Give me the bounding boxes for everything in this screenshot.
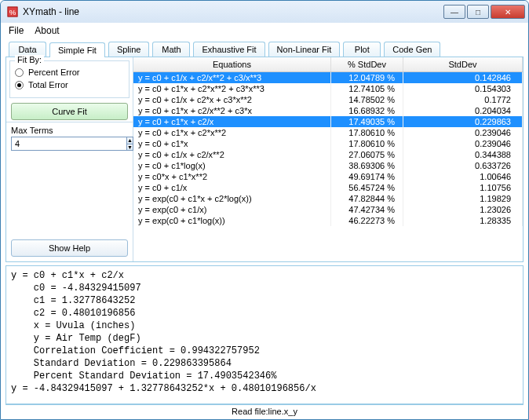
menu-file[interactable]: File (9, 25, 24, 36)
tabstrip: Data Simple Fit Spline Math Exhaustive F… (5, 42, 524, 57)
cell-equation: y = c0 + c1*log(x) (133, 160, 331, 171)
statusbar: Read file:line.x_y (5, 404, 524, 418)
cell-stddev: 0.229863 (403, 116, 523, 127)
tab-simple-fit[interactable]: Simple Fit (49, 42, 105, 57)
cell-equation: y = c0 + c1*x + c2/x (133, 116, 331, 127)
maximize-button[interactable]: □ (467, 5, 489, 19)
equations-table: Equations % StdDev StdDev y = c0 + c1/x … (133, 57, 523, 261)
cell-stddev: 1.00646 (403, 171, 523, 182)
tab-math[interactable]: Math (152, 42, 190, 57)
cell-stddev: 0.204034 (403, 105, 523, 116)
cell-pct-stddev: 47.42734 % (331, 204, 403, 215)
cell-pct-stddev: 46.22273 % (331, 215, 403, 226)
table-row[interactable]: y = c0 + c1/x + c2/x**227.06075 %0.34438… (133, 149, 523, 160)
cell-equation: y = c0 + c1/x + c2/x**2 (133, 149, 331, 160)
app-window: % XYmath - line — □ ✕ File About Data Si… (0, 0, 529, 420)
max-terms-input[interactable] (11, 137, 127, 151)
cell-stddev: 1.23026 (403, 204, 523, 215)
spacer (6, 154, 133, 235)
fit-by-group: Fit By: Percent Error Total Error (9, 60, 130, 98)
tab-content: Fit By: Percent Error Total Error Curve … (5, 57, 524, 262)
table-header: Equations % StdDev StdDev (133, 57, 523, 72)
col-stddev[interactable]: StdDev (403, 57, 523, 71)
tab-non-linear-fit[interactable]: Non-Linear Fit (268, 42, 341, 57)
table-row[interactable]: y = c0 + c1/x + c2/x**2 + c3/x**312.0478… (133, 72, 523, 83)
cell-stddev: 0.239046 (403, 127, 523, 138)
cell-equation: y = c0 + c1*x + c2*x**2 + c3*x**3 (133, 83, 331, 94)
cell-stddev: 1.28335 (403, 215, 523, 226)
cell-stddev: 0.633726 (403, 160, 523, 171)
cell-pct-stddev: 49.69174 % (331, 171, 403, 182)
output-pane: y = c0 + c1*x + c2/x c0 = -4.84329415097… (5, 265, 524, 404)
table-row[interactable]: y = c0 + c1*x + c2*x**217.80610 %0.23904… (133, 127, 523, 138)
radio-total-error[interactable]: Total Error (15, 80, 124, 89)
tab-exhaustive-fit[interactable]: Exhaustive Fit (193, 42, 264, 57)
svg-text:%: % (9, 8, 16, 16)
show-help-button[interactable]: Show Help (11, 239, 128, 257)
window-title: XYmath - line (23, 6, 443, 17)
cell-stddev: 0.142846 (403, 72, 523, 83)
cell-pct-stddev: 56.45724 % (331, 182, 403, 193)
cell-equation: y = exp(c0 + c1*x + c2*log(x)) (133, 193, 331, 204)
table-row[interactable]: y = c0 + c1*x + c2/x17.49035 %0.229863 (133, 116, 523, 127)
max-terms-label: Max Terms (6, 122, 133, 135)
cell-equation: y = c0 + c1*x (133, 138, 331, 149)
cell-stddev: 1.19829 (403, 193, 523, 204)
table-row[interactable]: y = c0 + c1/x56.45724 %1.10756 (133, 182, 523, 193)
cell-equation: y = c0 + c1/x + c2/x**2 + c3/x**3 (133, 72, 331, 83)
cell-equation: y = c0 + c1*x + c2/x**2 + c3*x (133, 105, 331, 116)
col-equations[interactable]: Equations (133, 57, 331, 71)
cell-equation: y = exp(c0 + c1/x) (133, 204, 331, 215)
cell-pct-stddev: 12.74105 % (331, 83, 403, 94)
minimize-button[interactable]: — (443, 5, 465, 19)
cell-pct-stddev: 14.78502 % (331, 94, 403, 105)
table-row[interactable]: y = c0 + c1*x + c2/x**2 + c3*x16.68932 %… (133, 105, 523, 116)
table-row[interactable]: y = exp(c0 + c1*log(x))46.22273 %1.28335 (133, 215, 523, 226)
menubar: File About (1, 23, 528, 38)
radio-percent-error-label: Percent Error (28, 68, 79, 77)
radio-percent-error[interactable]: Percent Error (15, 68, 124, 77)
app-icon: % (7, 6, 18, 17)
cell-pct-stddev: 38.69306 % (331, 160, 403, 171)
menu-about[interactable]: About (35, 25, 59, 36)
table-row[interactable]: y = c0 + c1*log(x)38.69306 %0.633726 (133, 160, 523, 171)
tab-code-gen[interactable]: Code Gen (384, 42, 440, 57)
left-panel: Fit By: Percent Error Total Error Curve … (6, 57, 133, 261)
table-body[interactable]: y = c0 + c1/x + c2/x**2 + c3/x**312.0478… (133, 72, 523, 261)
tab-spline[interactable]: Spline (108, 42, 150, 57)
table-row[interactable]: y = exp(c0 + c1/x)47.42734 %1.23026 (133, 204, 523, 215)
cell-stddev: 0.1772 (403, 94, 523, 105)
cell-equation: y = exp(c0 + c1*log(x)) (133, 215, 331, 226)
cell-pct-stddev: 12.04789 % (331, 72, 403, 83)
table-row[interactable]: y = c0 + c1/x + c2*x + c3*x**214.78502 %… (133, 94, 523, 105)
fit-by-legend: Fit By: (15, 55, 44, 64)
client-area: Data Simple Fit Spline Math Exhaustive F… (1, 38, 528, 419)
cell-stddev: 0.344388 (403, 149, 523, 160)
table-row[interactable]: y = c0*x + c1*x**249.69174 %1.00646 (133, 171, 523, 182)
close-button[interactable]: ✕ (491, 5, 525, 19)
cell-stddev: 0.239046 (403, 138, 523, 149)
radio-dot-icon (15, 68, 24, 77)
titlebar[interactable]: % XYmath - line — □ ✕ (1, 1, 528, 23)
max-terms-spinner[interactable]: ▲ ▼ (11, 137, 128, 151)
cell-pct-stddev: 16.68932 % (331, 105, 403, 116)
cell-equation: y = c0*x + c1*x**2 (133, 171, 331, 182)
spinner-up-icon[interactable]: ▲ (127, 137, 133, 144)
curve-fit-button[interactable]: Curve Fit (11, 103, 128, 120)
tab-plot[interactable]: Plot (343, 42, 381, 57)
table-row[interactable]: y = exp(c0 + c1*x + c2*log(x))47.82844 %… (133, 193, 523, 204)
cell-pct-stddev: 17.49035 % (331, 116, 403, 127)
cell-pct-stddev: 47.82844 % (331, 193, 403, 204)
cell-equation: y = c0 + c1/x + c2*x + c3*x**2 (133, 94, 331, 105)
cell-stddev: 0.154303 (403, 83, 523, 94)
spinner-down-icon[interactable]: ▼ (127, 144, 133, 151)
table-row[interactable]: y = c0 + c1*x17.80610 %0.239046 (133, 138, 523, 149)
radio-dot-icon (15, 81, 24, 89)
cell-stddev: 1.10756 (403, 182, 523, 193)
table-row[interactable]: y = c0 + c1*x + c2*x**2 + c3*x**312.7410… (133, 83, 523, 94)
col-pct-stddev[interactable]: % StdDev (331, 57, 403, 71)
spinner-buttons: ▲ ▼ (127, 137, 133, 151)
cell-pct-stddev: 27.06075 % (331, 149, 403, 160)
cell-equation: y = c0 + c1/x (133, 182, 331, 193)
cell-equation: y = c0 + c1*x + c2*x**2 (133, 127, 331, 138)
